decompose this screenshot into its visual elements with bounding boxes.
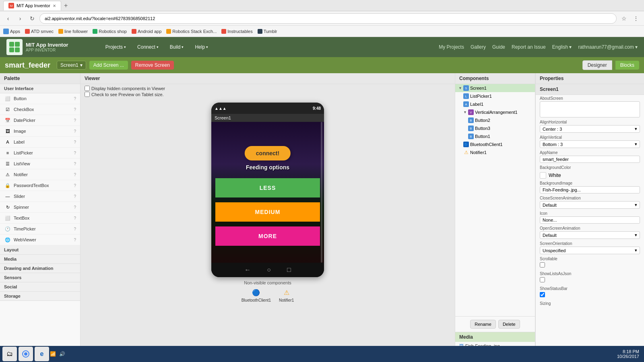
palette-category-social[interactable]: Social	[0, 282, 80, 292]
link-guide[interactable]: Guide	[492, 44, 505, 50]
palette-item-spinner[interactable]: ↻ Spinner ?	[0, 202, 80, 213]
prop-screenorientation-select[interactable]: Unspecified ▾	[540, 247, 640, 254]
prop-closescreenanimation-select[interactable]: Default ▾	[540, 201, 640, 209]
listview-help[interactable]: ?	[74, 162, 76, 166]
tree-screen1[interactable]: ▼ S Screen1	[455, 84, 535, 92]
bookmark-btn[interactable]: ☆	[619, 14, 629, 23]
tree-button1[interactable]: B Button1	[465, 132, 535, 140]
nav-projects[interactable]: Projects ▾	[101, 42, 131, 52]
nav-help[interactable]: Help ▾	[190, 42, 213, 52]
remove-screen-btn[interactable]: Remove Screen	[131, 61, 174, 70]
recent-navbar-btn[interactable]: □	[287, 266, 291, 274]
tree-bluetoothclient1[interactable]: 🔵 BluetoothClient1	[460, 140, 535, 148]
palette-item-timepicker[interactable]: 🕐 TimePicker ?	[0, 224, 80, 234]
textbox-help[interactable]: ?	[74, 216, 76, 220]
listpicker-help[interactable]: ?	[74, 151, 76, 155]
add-screen-btn[interactable]: Add Screen ...	[89, 61, 128, 70]
prop-showlistsasjson-checkbox[interactable]	[540, 277, 545, 282]
passwordtextbox-help[interactable]: ?	[74, 183, 76, 188]
back-navbar-btn[interactable]: ←	[244, 266, 251, 274]
blocks-btn[interactable]: Blocks	[615, 61, 639, 70]
screen-selector[interactable]: Screen1 ▾	[57, 61, 86, 70]
taskbar-chrome[interactable]	[19, 347, 33, 361]
palette-item-slider[interactable]: — Slider ?	[0, 191, 80, 202]
link-my-projects[interactable]: My Projects	[439, 44, 464, 50]
bookmark-tumblr[interactable]: Tumblr	[258, 29, 277, 34]
prop-alignhorizontal-select[interactable]: Center : 3 ▾	[540, 125, 640, 133]
forward-btn[interactable]: ›	[15, 14, 25, 23]
taskbar-ie[interactable]: e	[35, 347, 49, 361]
prop-showstatusbar-checkbox[interactable]	[540, 292, 545, 297]
palette-category-layout[interactable]: Layout	[0, 245, 80, 255]
webviewer-help[interactable]: ?	[74, 238, 76, 242]
palette-category-ui[interactable]: User Interface	[0, 84, 80, 93]
palette-item-image[interactable]: 🖼 Image ?	[0, 126, 80, 137]
palette-item-button[interactable]: ⬜ Button ?	[0, 93, 80, 104]
prop-icon-input[interactable]	[540, 216, 640, 224]
expand-screen1[interactable]: ▼	[458, 86, 462, 90]
bookmark-robotics[interactable]: Robotics shop	[93, 29, 127, 34]
palette-item-checkbox[interactable]: ☑ CheckBox ?	[0, 104, 80, 115]
tree-button3[interactable]: B Button3	[465, 124, 535, 132]
tree-button2[interactable]: B Button2	[465, 116, 535, 124]
rename-btn[interactable]: Rename	[470, 320, 496, 329]
more-button[interactable]: MORE	[215, 226, 320, 246]
tab-close-btn[interactable]: ✕	[53, 4, 56, 8]
address-bar[interactable]	[39, 13, 617, 24]
designer-btn[interactable]: Designer	[582, 60, 612, 70]
palette-category-media[interactable]: Media	[0, 255, 80, 264]
bookmark-robotics-stack[interactable]: Robotics Stack Exch...	[166, 29, 217, 34]
palette-item-passwordtextbox[interactable]: 🔒 PasswordTextBox ?	[0, 180, 80, 191]
label-help[interactable]: ?	[74, 140, 76, 144]
nav-connect[interactable]: Connect ▾	[132, 42, 163, 52]
taskbar-filemanager[interactable]: 🗂	[2, 347, 17, 361]
prop-alignvertical-select[interactable]: Bottom : 3 ▾	[540, 140, 640, 148]
palette-category-sensors[interactable]: Sensors	[0, 273, 80, 282]
link-language[interactable]: English ▾	[552, 44, 572, 50]
menu-btn[interactable]: ⋮	[631, 14, 641, 23]
connect-button[interactable]: connect!	[245, 146, 291, 160]
prop-bgimage-input[interactable]	[540, 186, 640, 193]
tablet-preview-checkbox[interactable]	[85, 92, 90, 97]
viewer-option-hidden[interactable]: Display hidden components in Viewer	[85, 86, 451, 91]
bookmark-instructables[interactable]: Instructables	[221, 29, 252, 34]
prop-aboutscreen-input[interactable]	[540, 101, 640, 117]
browser-tab[interactable]: M MIT App Inventor ✕	[3, 1, 61, 10]
palette-item-label[interactable]: A Label ?	[0, 137, 80, 148]
scrollbar[interactable]	[321, 122, 322, 263]
image-help[interactable]: ?	[74, 129, 76, 134]
bookmark-apps[interactable]: Apps	[3, 29, 20, 34]
palette-item-datepicker[interactable]: 📅 DatePicker ?	[0, 115, 80, 126]
medium-button[interactable]: MEDIUM	[215, 202, 320, 222]
back-btn[interactable]: ‹	[3, 14, 13, 23]
prop-appname-input[interactable]	[540, 156, 640, 163]
palette-item-listpicker[interactable]: ≡ ListPicker ?	[0, 148, 80, 158]
new-tab-btn[interactable]: +	[61, 1, 71, 10]
datepicker-help[interactable]: ?	[74, 118, 76, 123]
notifier-help[interactable]: ?	[74, 173, 76, 177]
home-navbar-btn[interactable]: ○	[267, 266, 271, 274]
timepicker-help[interactable]: ?	[74, 227, 76, 231]
viewer-option-tablet[interactable]: Check to see Preview on Tablet size.	[85, 92, 451, 97]
checkbox-help[interactable]: ?	[74, 107, 76, 112]
nav-build[interactable]: Build ▾	[165, 42, 189, 52]
expand-va1[interactable]: ▼	[463, 110, 467, 114]
less-button[interactable]: LESS	[215, 178, 320, 197]
tree-notifier1[interactable]: ⚠ Notifier1	[460, 148, 535, 156]
prop-scrollable-checkbox[interactable]	[540, 262, 545, 267]
spinner-help[interactable]: ?	[74, 205, 76, 210]
slider-help[interactable]: ?	[74, 194, 76, 199]
tree-listpicker1[interactable]: L ListPicker1	[460, 92, 535, 100]
tree-label1[interactable]: A Label1	[460, 100, 535, 108]
palette-item-notifier[interactable]: ⚠ Notifier ?	[0, 169, 80, 180]
bgcolor-swatch[interactable]	[540, 172, 546, 179]
button-help[interactable]: ?	[74, 97, 76, 101]
bookmark-line[interactable]: line follower	[58, 29, 88, 34]
delete-btn[interactable]: Delete	[498, 320, 520, 329]
link-gallery[interactable]: Gallery	[471, 44, 486, 50]
tree-verticalarrangement1[interactable]: ▼ V VerticalArrangement1	[460, 108, 535, 116]
palette-category-storage[interactable]: Storage	[0, 292, 80, 301]
palette-item-webviewer[interactable]: 🌐 WebViewer ?	[0, 234, 80, 245]
palette-item-listview[interactable]: ☰ ListView ?	[0, 158, 80, 169]
bookmark-atd[interactable]: ATD smvec	[25, 29, 54, 34]
